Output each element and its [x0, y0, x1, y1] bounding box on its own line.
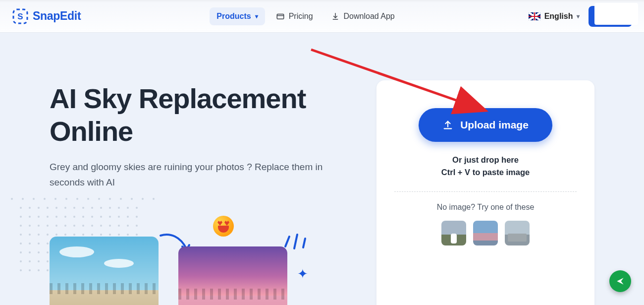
svg-text:S: S: [17, 12, 23, 21]
header: S SnapEdit Products ▾ Pricing Download A…: [0, 0, 644, 33]
brand-logo[interactable]: S SnapEdit: [12, 8, 81, 25]
sample-thumbnail-2[interactable]: [473, 221, 498, 245]
sample-thumbnails: [441, 221, 530, 245]
upload-image-button[interactable]: Upload image: [419, 108, 552, 142]
chevron-down-icon: ▾: [255, 13, 258, 20]
drop-hint-line2: Ctrl + V to paste image: [441, 166, 530, 179]
hero-subtitle: Grey and gloomy skies are ruining your p…: [50, 160, 347, 190]
nav-download-label: Download App: [344, 12, 395, 21]
sample-thumbnail-1[interactable]: [441, 221, 466, 245]
nav-products[interactable]: Products ▾: [210, 7, 265, 25]
hero-title: AI Sky Replacement Online: [50, 82, 357, 148]
nav-pricing[interactable]: Pricing: [269, 7, 320, 25]
share-button[interactable]: [609, 270, 631, 292]
chevron-down-icon: ▾: [577, 13, 580, 20]
nav-pricing-label: Pricing: [289, 12, 313, 21]
example-images: ✦: [50, 207, 357, 305]
upload-button-label: Upload image: [460, 119, 529, 131]
language-selector[interactable]: English ▾: [529, 12, 580, 21]
heart-eyes-emoji-icon: [213, 216, 234, 237]
upload-card: Upload image Or just drop here Ctrl + V …: [376, 80, 594, 305]
uk-flag-icon: [529, 12, 540, 20]
nav-download[interactable]: Download App: [324, 7, 402, 25]
download-icon: [331, 12, 340, 21]
sparkle-lines-icon: [282, 227, 310, 251]
svg-rect-2: [277, 14, 284, 19]
header-blank-panel: [594, 3, 638, 25]
drop-hint: Or just drop here Ctrl + V to paste imag…: [441, 154, 530, 179]
decorative-dots-row: [11, 198, 357, 200]
upload-icon: [442, 120, 453, 130]
card-divider: [394, 191, 577, 192]
logo-icon: S: [12, 8, 29, 25]
example-after-image: [178, 246, 287, 305]
hero-section: AI Sky Replacement Online Grey and gloom…: [0, 33, 644, 305]
language-label: English: [544, 12, 573, 21]
sparkle-star-icon: ✦: [297, 266, 308, 282]
drop-hint-line1: Or just drop here: [441, 154, 530, 166]
share-icon: [615, 276, 625, 286]
try-sample-text: No image? Try one of these: [437, 203, 535, 212]
card-icon: [276, 12, 285, 21]
sample-thumbnail-3[interactable]: [505, 221, 530, 245]
nav-products-label: Products: [216, 12, 251, 21]
example-before-image: [50, 237, 159, 305]
brand-name: SnapEdit: [33, 9, 81, 23]
main-nav: Products ▾ Pricing Download App: [210, 7, 401, 25]
hero-left: AI Sky Replacement Online Grey and gloom…: [50, 53, 357, 305]
